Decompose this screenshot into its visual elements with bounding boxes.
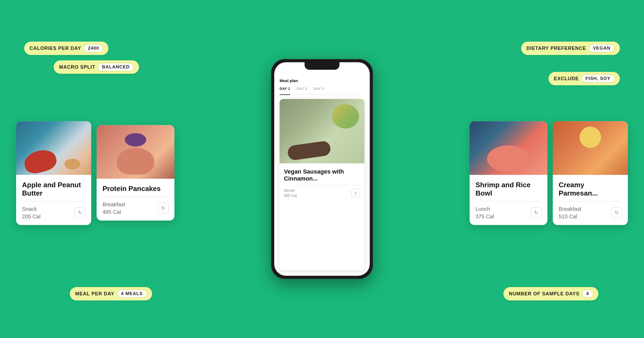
card-title-apple: Apple and Peanut Butter [22,181,85,197]
sample-days-label: NUMBER OF SAMPLE DAYS [509,291,579,297]
calories-value: 2400 [84,44,103,52]
phone-notch [305,62,339,70]
card-title-parmesan: Creamy Parmesan... [559,181,622,197]
card-divider-apple [22,201,85,201]
refresh-button-pancakes[interactable]: ↻ [158,203,169,214]
card-body-pancakes: Protein Pancakes Breakfast 485 Cal ↻ [97,179,174,221]
tab-day3[interactable]: DAY 3 [314,87,324,92]
phone-refresh-button[interactable]: ↻ [352,189,360,197]
card-info-parmesan: Breakfast 510 Cal [559,205,581,220]
calories-pill: CALORIES PER DAY 2400 [24,42,108,55]
exclude-value: FISH, SOY [581,75,614,83]
calories-label: CALORIES PER DAY [30,46,81,51]
refresh-button-apple[interactable]: ↻ [75,207,85,218]
card-info-shrimp: Lunch 375 Cal [475,205,494,220]
card-protein-pancakes: Protein Pancakes Breakfast 485 Cal ↻ [97,125,174,221]
card-image-apple [16,121,91,175]
macro-value: BALANCED [98,63,134,71]
card-title-pancakes: Protein Pancakes [103,185,169,193]
dietary-pill: DIETARY PREFERENCE VEGAN [521,42,620,55]
phone-meal-divider [284,185,360,185]
card-info-apple: Snack 205 Cal [22,205,41,220]
exclude-pill: EXCLUDE FISH, SOY [548,72,620,85]
card-meta-shrimp: Lunch 375 Cal ↻ [475,205,541,220]
phone-meal-image [280,99,364,163]
card-image-pancakes [97,125,174,179]
card-body-apple: Apple and Peanut Butter Snack 205 Cal ↻ [16,175,91,225]
card-image-shrimp [470,121,547,175]
phone-screen: Meal plan DAY 1 DAY 2 DAY 3 Vegan Sausag… [274,62,370,276]
card-creamy-parmesan: Creamy Parmesan... Breakfast 510 Cal ↻ [553,121,628,225]
tab-day2[interactable]: DAY 2 [297,87,307,92]
macro-pill: MACRO SPLIT BALANCED [54,60,139,74]
dietary-label: DIETARY PREFERENCE [526,46,586,51]
phone-meal-body: Vegan Sausages with Cinnamon... Dinner 4… [280,163,364,202]
refresh-button-parmesan[interactable]: ↻ [611,207,622,218]
card-apple-peanut-butter: Apple and Peanut Butter Snack 205 Cal ↻ [16,121,91,225]
card-image-parmesan [553,121,628,175]
macro-label: MACRO SPLIT [59,64,95,70]
card-body-shrimp: Shrimp and Rice Bowl Lunch 375 Cal ↻ [470,175,547,225]
card-info-pancakes: Breakfast 485 Cal [103,201,125,216]
phone-meal-info: Dinner 485 Cal [284,188,297,199]
card-divider-parmesan [559,201,622,201]
meal-per-day-pill: MEAL PER DAY 4 MEALS [70,287,152,300]
card-divider-pancakes [103,197,169,197]
phone-mockup: Meal plan DAY 1 DAY 2 DAY 3 Vegan Sausag… [271,59,373,279]
phone-meal-meta: Dinner 485 Cal ↻ [284,188,360,199]
tab-day1[interactable]: DAY 1 [280,87,290,95]
meal-per-day-value: 4 MEALS [117,290,147,298]
meal-per-day-label: MEAL PER DAY [75,291,114,297]
dietary-value: VEGAN [589,44,614,52]
exclude-label: EXCLUDE [554,76,579,82]
card-meta-parmesan: Breakfast 510 Cal ↻ [559,205,622,220]
phone-meal-card: Vegan Sausages with Cinnamon... Dinner 4… [280,99,364,270]
phone-header: Meal plan [280,78,364,83]
sample-days-value: 4 [582,290,593,298]
card-meta-pancakes: Breakfast 485 Cal ↻ [103,201,169,216]
card-divider-shrimp [475,201,541,201]
phone-content: Meal plan DAY 1 DAY 2 DAY 3 Vegan Sausag… [274,62,370,276]
card-body-parmesan: Creamy Parmesan... Breakfast 510 Cal ↻ [553,175,628,225]
card-meta-apple: Snack 205 Cal ↻ [22,205,85,220]
phone-tabs: DAY 1 DAY 2 DAY 3 [280,87,364,95]
sample-days-pill: NUMBER OF SAMPLE DAYS 4 [503,287,598,300]
card-shrimp-rice: Shrimp and Rice Bowl Lunch 375 Cal ↻ [470,121,547,225]
refresh-button-shrimp[interactable]: ↻ [531,207,541,218]
scene: CALORIES PER DAY 2400 MACRO SPLIT BALANC… [0,0,644,338]
phone-meal-title: Vegan Sausages with Cinnamon... [284,168,360,182]
card-title-shrimp: Shrimp and Rice Bowl [475,181,541,197]
